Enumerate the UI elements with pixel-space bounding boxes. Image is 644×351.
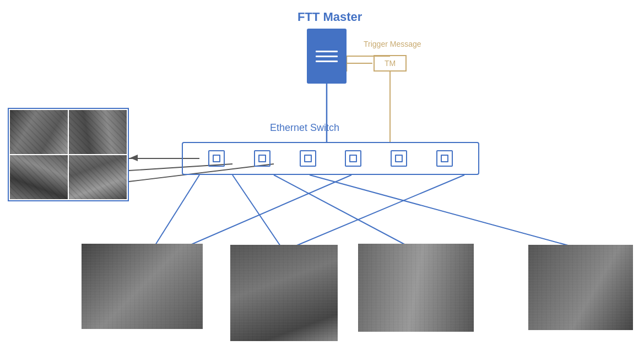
- svg-line-12: [284, 175, 464, 251]
- ftt-line-2: [316, 56, 338, 57]
- ethernet-switch: [182, 142, 479, 175]
- factory-image-3: [358, 244, 474, 332]
- monitor-img-2: [69, 110, 127, 154]
- ftt-master-label: FTT Master: [297, 10, 362, 24]
- ftt-master-box: [307, 29, 347, 84]
- switch-port-1: [208, 150, 225, 167]
- port-inner-5: [395, 155, 403, 162]
- monitor-box: [8, 108, 129, 201]
- monitor-img-1: [10, 110, 68, 154]
- switch-port-5: [391, 150, 407, 167]
- ftt-line-3: [316, 61, 338, 62]
- monitor-img-3: [10, 155, 68, 199]
- switch-port-3: [300, 150, 316, 167]
- switch-port-6: [436, 150, 453, 167]
- factory-detail-3: [358, 244, 474, 332]
- diagram-container: FTT Master Trigger Message TM Ethernet S…: [0, 0, 644, 351]
- factory-detail-4: [528, 245, 633, 330]
- port-inner-3: [304, 155, 312, 162]
- tm-box: TM: [374, 55, 407, 72]
- svg-line-10: [310, 175, 586, 250]
- monitor-cell-2: [69, 110, 127, 154]
- trigger-message-label: Trigger Message: [364, 40, 421, 48]
- port-inner-6: [441, 155, 448, 162]
- port-inner-4: [349, 155, 357, 162]
- monitor-cell-4: [69, 155, 127, 199]
- monitor-img-4: [69, 155, 127, 199]
- factory-image-4: [528, 245, 633, 330]
- factory-detail-1: [82, 244, 203, 329]
- monitor-cell-3: [10, 155, 68, 199]
- svg-line-9: [274, 175, 416, 250]
- ethernet-switch-label: Ethernet Switch: [270, 122, 339, 134]
- port-inner-2: [258, 155, 266, 162]
- svg-marker-16: [130, 155, 138, 161]
- switch-port-4: [345, 150, 361, 167]
- factory-image-2: [230, 245, 338, 341]
- monitor-cell-1: [10, 110, 68, 154]
- port-inner-1: [213, 155, 220, 162]
- svg-line-8: [232, 175, 284, 251]
- factory-image-1: [82, 244, 203, 329]
- ftt-master-icon: [316, 51, 338, 62]
- switch-port-2: [254, 150, 270, 167]
- ftt-line-1: [316, 51, 338, 52]
- factory-detail-2: [230, 245, 338, 341]
